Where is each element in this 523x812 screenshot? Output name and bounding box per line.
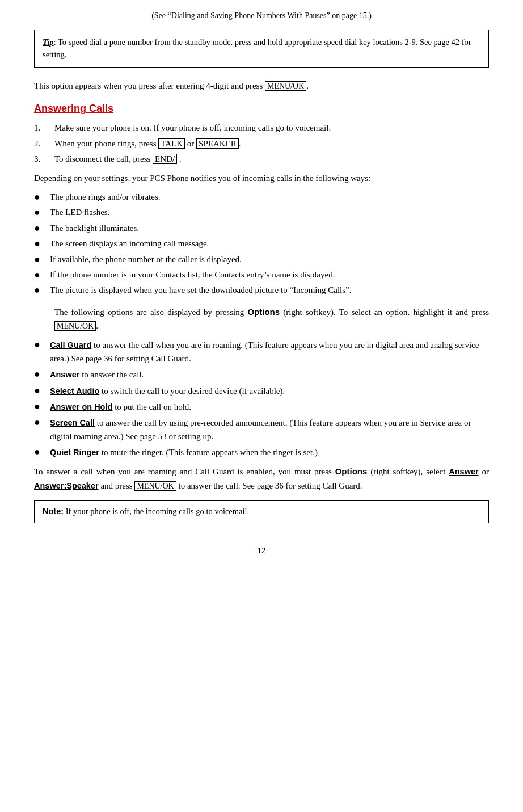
- options-menu-ok: MENU/OK: [54, 321, 96, 331]
- step-1: 1. Make sure your phone is on. If your p…: [34, 121, 489, 134]
- top-reference-text: (See “Dialing and Saving Phone Numbers W…: [151, 11, 372, 20]
- sub-bullet-icon-3: ●: [34, 384, 44, 397]
- answer-speaker-term: Answer:Speaker: [34, 481, 99, 490]
- step-3-text-before: To disconnect the call, press: [54, 154, 153, 163]
- answer-part1: To answer a call when you are roaming an…: [34, 467, 335, 476]
- answer-part2: (right softkey), select: [367, 467, 449, 476]
- step-3-num: 3.: [34, 153, 54, 166]
- answer-part3: and press: [99, 481, 135, 490]
- sub-bullet-text-3: Select Audio to switch the call to your …: [50, 384, 285, 398]
- answer-part4: to answer the call. See page 36 for sett…: [176, 481, 362, 490]
- options-key: Options: [247, 307, 280, 317]
- step-2-or: or: [185, 139, 196, 148]
- bullet-icon-5: ●: [34, 253, 44, 266]
- options-para-part1: The following options are also displayed…: [54, 308, 247, 317]
- sub-bullet-list: ● Call Guard to answer the call when you…: [34, 338, 489, 459]
- step-2-num: 2.: [34, 137, 54, 150]
- step-3-content: To disconnect the call, press END/ .: [54, 153, 182, 166]
- sub-bullet-icon-5: ●: [34, 416, 44, 429]
- bullet-icon-4: ●: [34, 237, 44, 250]
- sub-bullet-desc-2: to answer the call.: [79, 370, 144, 379]
- options-para-part2: (right softkey). To select an option, hi…: [280, 308, 489, 317]
- intro-sentence: This option appears when you press after…: [34, 79, 489, 92]
- step-2-after: .: [239, 139, 241, 148]
- answer-options-key: Options: [335, 466, 368, 476]
- term-screen-call: Screen Call: [50, 418, 95, 427]
- bullet-item-3: ● The backlight illuminates.: [34, 222, 489, 235]
- speaker-key: SPEAKER: [196, 138, 239, 149]
- answer-menu-ok: MENU/OK: [134, 481, 176, 491]
- options-para-part3: .: [96, 321, 98, 330]
- bullet-icon-1: ●: [34, 191, 44, 204]
- sub-bullet-text-5: Screen Call to answer the call by using …: [50, 416, 489, 443]
- sub-bullet-screen-call: ● Screen Call to answer the call by usin…: [34, 416, 489, 443]
- sub-bullet-icon-1: ●: [34, 338, 44, 351]
- step-2-content: When your phone rings, press TALK or SPE…: [54, 137, 241, 150]
- note-label: Note:: [43, 507, 64, 516]
- tip-text: To speed dial a pone number from the sta…: [43, 37, 471, 59]
- section-heading-answering-calls: Answering Calls: [34, 103, 489, 115]
- page-number: 12: [34, 546, 489, 556]
- bullet-text-3: The backlight illuminates.: [50, 222, 139, 235]
- step-2: 2. When your phone rings, press TALK or …: [34, 137, 489, 150]
- bullet-text-5: If available, the phone number of the ca…: [50, 253, 242, 266]
- step-3-after: .: [177, 154, 182, 163]
- step-1-num: 1.: [34, 121, 54, 134]
- bullet-text-2: The LED flashes.: [50, 206, 109, 219]
- bullet-icon-2: ●: [34, 206, 44, 219]
- menu-ok-badge: MENU/OK: [265, 81, 306, 91]
- step-3: 3. To disconnect the call, press END/ .: [34, 153, 489, 166]
- intro-part2: .: [306, 81, 309, 90]
- numbered-steps-list: 1. Make sure your phone is on. If your p…: [34, 121, 489, 166]
- sub-bullet-text-4: Answer on Hold to put the call on hold.: [50, 400, 191, 414]
- tip-box: Tip: To speed dial a pone number from th…: [34, 30, 489, 68]
- bullet-item-4: ● The screen displays an incoming call m…: [34, 237, 489, 250]
- sub-bullet-answer-on-hold: ● Answer on Hold to put the call on hold…: [34, 400, 489, 414]
- sub-bullet-select-audio: ● Select Audio to switch the call to you…: [34, 384, 489, 398]
- bullet-item-6: ● If the phone number is in your Contact…: [34, 268, 489, 281]
- term-call-guard: Call Guard: [50, 340, 91, 350]
- bullet-item-2: ● The LED flashes.: [34, 206, 489, 219]
- sub-bullet-text-2: Answer to answer the call.: [50, 368, 144, 381]
- term-quiet-ringer: Quiet Ringer: [50, 448, 99, 457]
- top-reference: (See “Dialing and Saving Phone Numbers W…: [34, 11, 489, 20]
- sub-bullet-text-6: Quiet Ringer to mute the ringer. (This f…: [50, 445, 318, 459]
- sub-bullet-icon-2: ●: [34, 368, 44, 381]
- sub-bullet-desc-3: to switch the call to your desired devic…: [99, 386, 285, 396]
- answer-paragraph: To answer a call when you are roaming an…: [34, 465, 489, 493]
- sub-bullet-desc-1: to answer the call when you are in roami…: [50, 340, 479, 363]
- sub-bullet-icon-4: ●: [34, 400, 44, 413]
- sub-bullet-icon-6: ●: [34, 445, 44, 458]
- end-key: END/: [153, 154, 177, 164]
- depending-paragraph: Depending on your settings, your PCS Pho…: [34, 171, 489, 185]
- sub-bullet-answer: ● Answer to answer the call.: [34, 368, 489, 381]
- bullet-icon-7: ●: [34, 284, 44, 297]
- step-2-text-before: When your phone rings, press: [54, 139, 158, 148]
- step-1-text: Make sure your phone is on. If your phon…: [54, 121, 331, 134]
- answer-term: Answer: [449, 467, 478, 476]
- sub-bullet-text-1: Call Guard to answer the call when you a…: [50, 338, 489, 365]
- bullet-text-7: The picture is displayed when you have s…: [50, 284, 352, 297]
- sub-bullet-call-guard: ● Call Guard to answer the call when you…: [34, 338, 489, 365]
- bullet-list: ● The phone rings and/or vibrates. ● The…: [34, 191, 489, 297]
- term-select-audio: Select Audio: [50, 386, 99, 396]
- bullet-icon-3: ●: [34, 222, 44, 235]
- sub-bullet-desc-4: to put the call on hold.: [112, 402, 191, 411]
- bullet-item-5: ● If available, the phone number of the …: [34, 253, 489, 266]
- talk-key: TALK: [158, 138, 185, 149]
- bullet-text-6: If the phone number is in your Contacts …: [50, 268, 335, 281]
- note-box: Note: If your phone is off, the incoming…: [34, 500, 489, 523]
- sub-bullet-desc-6: to mute the ringer. (This feature appear…: [99, 448, 318, 457]
- tip-label: Tip: [43, 37, 54, 47]
- sub-bullet-quiet-ringer: ● Quiet Ringer to mute the ringer. (This…: [34, 445, 489, 459]
- bullet-text-1: The phone rings and/or vibrates.: [50, 191, 161, 204]
- bullet-item-7: ● The picture is displayed when you have…: [34, 284, 489, 297]
- term-answer: Answer: [50, 370, 79, 379]
- bullet-text-4: The screen displays an incoming call mes…: [50, 237, 209, 250]
- options-paragraph: The following options are also displayed…: [54, 305, 489, 333]
- term-answer-on-hold: Answer on Hold: [50, 402, 112, 411]
- sub-bullet-desc-5: to answer the call by using pre-recorded…: [50, 418, 471, 441]
- bullet-icon-6: ●: [34, 268, 44, 281]
- answer-or: or: [479, 467, 489, 476]
- bullet-item-1: ● The phone rings and/or vibrates.: [34, 191, 489, 204]
